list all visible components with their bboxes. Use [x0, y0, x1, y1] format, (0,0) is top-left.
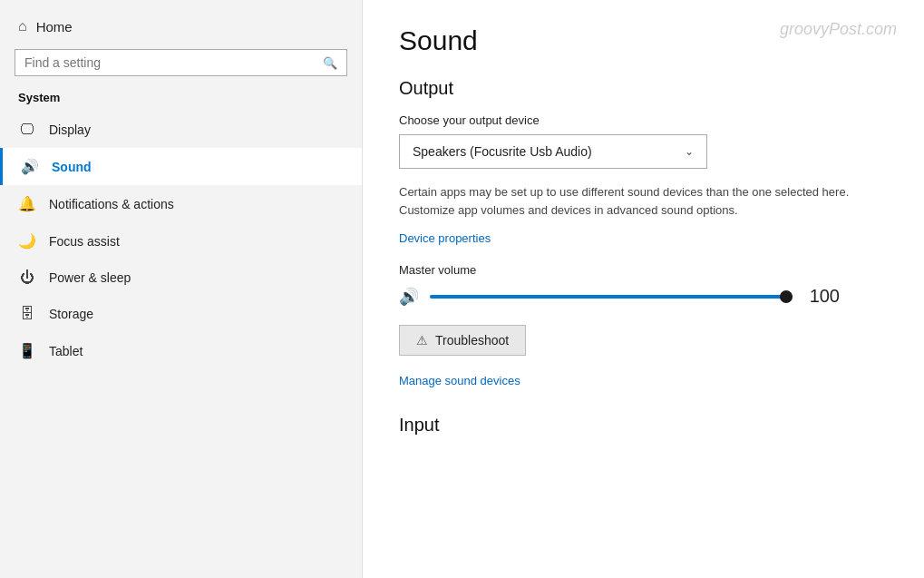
search-input[interactable] — [24, 55, 317, 70]
output-device-dropdown[interactable]: Speakers (Focusrite Usb Audio) ⌄ — [399, 134, 707, 169]
sidebar-item-tablet[interactable]: 📱 Tablet — [0, 332, 362, 369]
search-box[interactable]: 🔍 — [15, 49, 347, 76]
dropdown-value: Speakers (Focusrite Usb Audio) — [413, 144, 592, 159]
volume-icon: 🔊 — [399, 287, 419, 307]
output-section-title: Output — [399, 78, 888, 99]
sidebar-item-label: Display — [49, 122, 91, 137]
search-icon: 🔍 — [323, 56, 337, 70]
sidebar-item-sound[interactable]: 🔊 Sound — [0, 148, 362, 185]
sidebar: ⌂ Home 🔍 System 🖵 Display 🔊 Sound 🔔 Noti… — [0, 0, 363, 578]
sidebar-section-label: System — [0, 89, 362, 112]
sidebar-item-label-notifications: Notifications & actions — [49, 197, 174, 211]
input-section-title: Input — [399, 415, 888, 436]
troubleshoot-icon: ⚠ — [416, 333, 428, 348]
choose-device-label: Choose your output device — [399, 113, 888, 127]
sidebar-item-notifications[interactable]: 🔔 Notifications & actions — [0, 185, 362, 222]
sidebar-item-label-tablet: Tablet — [49, 344, 83, 358]
sidebar-item-label-sound: Sound — [52, 160, 92, 174]
troubleshoot-label: Troubleshoot — [435, 333, 509, 348]
sidebar-item-storage[interactable]: 🗄 Storage — [0, 296, 362, 332]
sidebar-item-display[interactable]: 🖵 Display — [0, 112, 362, 148]
troubleshoot-button[interactable]: ⚠ Troubleshoot — [399, 325, 526, 356]
slider-track — [430, 295, 793, 299]
display-icon: 🖵 — [18, 122, 36, 138]
master-volume-label: Master volume — [399, 263, 888, 277]
slider-thumb[interactable] — [780, 290, 793, 303]
volume-value: 100 — [803, 286, 840, 307]
storage-icon: 🗄 — [18, 306, 36, 322]
chevron-down-icon: ⌄ — [685, 145, 694, 158]
sidebar-item-power[interactable]: ⏻ Power & sleep — [0, 260, 362, 296]
volume-row: 🔊 100 — [399, 286, 888, 307]
sidebar-item-label-storage: Storage — [49, 307, 93, 321]
focus-icon: 🌙 — [18, 232, 36, 250]
home-icon: ⌂ — [18, 18, 27, 34]
watermark: groovyPost.com — [780, 20, 897, 39]
tablet-icon: 📱 — [18, 342, 36, 359]
sound-icon: 🔊 — [21, 158, 39, 175]
slider-fill — [430, 295, 793, 299]
sidebar-item-label-power: Power & sleep — [49, 270, 131, 285]
main-content: groovyPost.com Sound Output Choose your … — [363, 0, 924, 578]
sidebar-home-label: Home — [36, 19, 73, 34]
notifications-icon: 🔔 — [18, 195, 36, 212]
sidebar-item-focus[interactable]: 🌙 Focus assist — [0, 222, 362, 260]
volume-slider[interactable] — [430, 288, 793, 306]
power-icon: ⏻ — [18, 269, 36, 286]
sidebar-home[interactable]: ⌂ Home — [0, 9, 362, 45]
sidebar-item-label-focus: Focus assist — [49, 234, 120, 249]
manage-sound-devices-link[interactable]: Manage sound devices — [399, 374, 520, 387]
device-properties-link[interactable]: Device properties — [399, 231, 491, 245]
output-description: Certain apps may be set up to use differ… — [399, 183, 888, 219]
